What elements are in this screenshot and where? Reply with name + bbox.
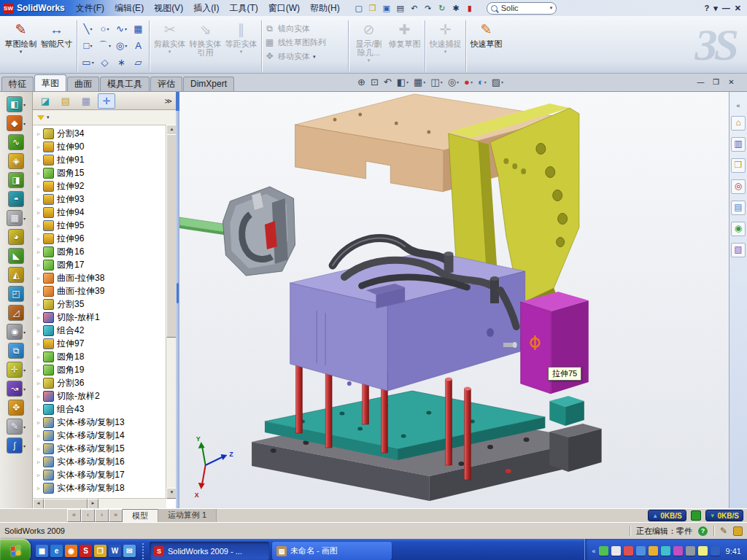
- tree-item[interactable]: ▹拉伸94: [33, 206, 166, 219]
- redo-icon[interactable]: ↷: [422, 2, 435, 15]
- tree-item[interactable]: ▹组合43: [33, 402, 166, 416]
- expand-arrow-icon[interactable]: ▹: [35, 393, 42, 400]
- tree-vertical-scrollbar[interactable]: ▲ ▼: [166, 125, 176, 499]
- sketch-pattern-icon[interactable]: ▦: [130, 20, 147, 37]
- expand-arrow-icon[interactable]: ▹: [35, 472, 42, 478]
- expand-arrow-icon[interactable]: ▹: [35, 183, 42, 190]
- featuremanager-tab[interactable]: ◪: [36, 93, 54, 109]
- expand-arrow-icon[interactable]: ▹: [35, 419, 42, 426]
- dropdown-arrow-icon[interactable]: ▾: [423, 79, 425, 85]
- arc-icon[interactable]: ⌒▾: [96, 37, 113, 54]
- line-icon[interactable]: ╲▾: [80, 20, 96, 37]
- graphics-area[interactable]: Y Z X 拉伸75: [179, 92, 729, 508]
- open-icon[interactable]: ❒: [366, 2, 379, 15]
- smart-dimension-button[interactable]: ↔智能尺寸: [39, 18, 74, 48]
- tree-item[interactable]: ▹分割34: [33, 127, 166, 140]
- display-delete-relations-button[interactable]: ⊘显示/删除几...▾: [351, 18, 387, 63]
- expand-arrow-icon[interactable]: ▹: [35, 432, 42, 439]
- swept-boss-button[interactable]: ∿: [8, 134, 24, 150]
- taskbar-task[interactable]: SSolidWorks 2009 - ...: [150, 542, 269, 560]
- tray-icon[interactable]: [649, 546, 658, 556]
- tree-item[interactable]: ▹拉伸91: [33, 153, 166, 166]
- curves-button[interactable]: ↝▾: [7, 381, 26, 397]
- shell-button[interactable]: ◰: [8, 286, 24, 302]
- dropdown-arrow-icon[interactable]: ▾: [313, 54, 316, 60]
- search-input[interactable]: [500, 3, 548, 13]
- expand-arrow-icon[interactable]: ▹: [35, 157, 42, 163]
- dropdown-arrow-icon[interactable]: ▾: [92, 60, 94, 65]
- chamfer-button[interactable]: ◣: [8, 248, 24, 264]
- design-library-icon[interactable]: ▥: [731, 137, 746, 152]
- dropdown-arrow-icon[interactable]: ▾: [169, 49, 171, 55]
- hole-wizard-button[interactable]: ◉▾: [7, 324, 26, 340]
- stop-badge-icon[interactable]: ▮: [463, 2, 476, 15]
- search-icon[interactable]: ◎: [731, 179, 746, 194]
- tray-icon[interactable]: [636, 546, 646, 556]
- move-entities-button[interactable]: ✥移动实体▾: [264, 51, 346, 62]
- slot-icon[interactable]: ▭▾: [80, 54, 96, 71]
- doc-minimize-icon[interactable]: —: [695, 77, 706, 87]
- ellipse-icon[interactable]: ◎▾: [113, 37, 130, 54]
- tray-collapse-icon[interactable]: «: [592, 548, 596, 555]
- dropdown-arrow-icon[interactable]: ▾: [240, 49, 243, 55]
- rib-button[interactable]: ◭: [8, 267, 24, 283]
- convert-entities-button[interactable]: ⇘转换实体引用: [187, 18, 223, 57]
- view-orientation-icon[interactable]: ▦▾: [412, 75, 427, 88]
- tab-特征[interactable]: 特征: [1, 77, 34, 91]
- point-icon[interactable]: ∗: [113, 54, 130, 71]
- dropdown-arrow-icon[interactable]: ▾: [90, 26, 92, 31]
- angle-block-part[interactable]: [549, 424, 601, 472]
- collapse-pane-icon[interactable]: «: [736, 102, 740, 109]
- tree-item[interactable]: ▹实体-移动/复制16: [33, 455, 166, 468]
- tree-item[interactable]: ▹曲面-拉伸38: [33, 271, 166, 284]
- previous-view-icon[interactable]: ↶: [382, 75, 393, 88]
- hide-show-items-icon[interactable]: ◎▾: [446, 75, 460, 88]
- nav-next-button[interactable]: ›: [95, 509, 109, 522]
- taskbar-task[interactable]: ▨未命名 - 画图: [272, 542, 392, 560]
- menu-item[interactable]: 插入(I): [188, 0, 224, 16]
- expand-arrow-icon[interactable]: ▹: [35, 209, 42, 216]
- quick-snaps-button[interactable]: ✛快速捕捉▾: [427, 18, 463, 55]
- tree-item[interactable]: ▹拉伸96: [33, 232, 166, 245]
- tree-item[interactable]: ▹拉伸95: [33, 219, 166, 232]
- plane-icon[interactable]: ▱: [130, 54, 147, 71]
- tree-item[interactable]: ▹圆角17: [33, 258, 166, 271]
- expand-arrow-icon[interactable]: ▹: [35, 288, 42, 295]
- expand-arrow-icon[interactable]: ▹: [35, 262, 42, 268]
- tree-item[interactable]: ▹拉伸92: [33, 179, 166, 192]
- filter-dropdown-icon[interactable]: ▾: [47, 114, 50, 120]
- expand-arrow-icon[interactable]: ▹: [35, 327, 42, 334]
- tree-item[interactable]: ▹切除-放样2: [33, 389, 166, 402]
- expand-arrow-icon[interactable]: ▹: [35, 249, 42, 255]
- dropdown-arrow-icon[interactable]: ▾: [484, 79, 487, 85]
- explorer-icon[interactable]: ❒: [94, 545, 107, 557]
- sheet-tab-运动算例 1[interactable]: 运动算例 1: [158, 509, 217, 522]
- purple-mold-part[interactable]: [290, 251, 525, 391]
- edit-appearance-icon[interactable]: ●▾: [462, 75, 474, 88]
- polygon-icon[interactable]: ◇: [96, 54, 113, 71]
- tree-item[interactable]: ▹拉伸90: [33, 140, 166, 153]
- spline-icon[interactable]: ∿▾: [113, 20, 130, 37]
- expand-arrow-icon[interactable]: ▹: [35, 275, 42, 281]
- expand-arrow-icon[interactable]: ▹: [35, 459, 42, 465]
- tray-icon[interactable]: [661, 546, 670, 556]
- mirror-entities-button[interactable]: ⧉镜向实体: [264, 23, 346, 34]
- tab-草图[interactable]: 草图: [34, 74, 66, 91]
- expand-arrow-icon[interactable]: ▹: [35, 341, 42, 347]
- expand-arrow-icon[interactable]: ▹: [35, 354, 42, 360]
- menu-item[interactable]: 帮助(H): [305, 0, 345, 16]
- tree-item[interactable]: ▹圆角16: [33, 245, 166, 258]
- help-icon[interactable]: ?: [705, 4, 710, 12]
- linear-sketch-pattern-button[interactable]: ▦线性草图阵列: [264, 37, 346, 48]
- revolved-cut-button[interactable]: ◓: [8, 191, 24, 207]
- extruded-cut-button[interactable]: ◨: [8, 172, 24, 188]
- dropdown-arrow-icon[interactable]: ▾: [125, 43, 127, 48]
- expand-arrow-icon[interactable]: ▹: [35, 222, 42, 229]
- dropdown-arrow-icon[interactable]: ▾: [501, 79, 503, 85]
- expand-arrow-icon[interactable]: ▹: [35, 170, 42, 176]
- expand-arrow-icon[interactable]: ▹: [35, 196, 42, 203]
- gray-clamp-part[interactable]: [222, 187, 295, 276]
- view-palette-icon[interactable]: ▤: [731, 201, 746, 215]
- dropdown-arrow-icon[interactable]: ▾: [125, 26, 127, 31]
- dropdown-arrow-icon[interactable]: ▾: [20, 49, 23, 55]
